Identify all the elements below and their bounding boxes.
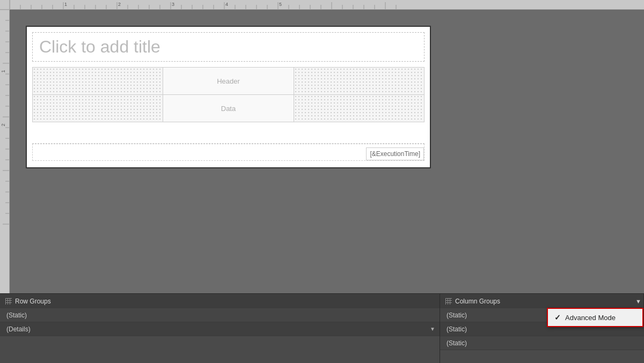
execution-time-field[interactable]: [&ExecutionTime] xyxy=(366,147,424,160)
table-cell-d1[interactable] xyxy=(33,95,163,122)
row-group-item-static[interactable]: (Static) xyxy=(0,308,440,322)
footer-area: [&ExecutionTime] xyxy=(32,144,425,161)
ruler-ticks-top: 1 2 3 4 5 xyxy=(10,0,644,9)
table-cell-h2[interactable]: Header xyxy=(163,68,294,94)
report-table: Header Data xyxy=(32,67,425,122)
data-label: Data xyxy=(221,105,236,113)
report-surface: Click to add title Header Data xyxy=(26,26,431,168)
svg-text:5: 5 xyxy=(279,2,282,7)
ruler-left: 1 2 xyxy=(0,10,10,293)
details-arrow-icon: ▼ xyxy=(430,326,435,332)
col-group-item-3[interactable]: (Static) xyxy=(440,336,644,350)
row-group-panel: (Static) (Details) ▼ xyxy=(0,308,440,363)
col-group-2-label: (Static) xyxy=(447,325,467,333)
table-header-row: Header xyxy=(33,68,424,95)
row-groups-grid-icon xyxy=(5,298,12,305)
col-groups-label: Column Groups xyxy=(455,298,500,305)
table-cell-h3[interactable] xyxy=(294,68,424,94)
title-area[interactable]: Click to add title xyxy=(32,32,425,62)
col-groups-header: Column Groups ▼ ✓ Advanced Mode xyxy=(440,294,644,308)
table-data-row: Data xyxy=(33,95,424,122)
col-group-3-label: (Static) xyxy=(447,339,467,347)
spacer-area xyxy=(32,128,425,144)
panel-header-row: Row Groups Column Groups ▼ ✓ Advanced Mo… xyxy=(0,293,644,308)
ruler-top: /* rendered via CSS background */ 1 2 3 xyxy=(0,0,644,10)
svg-text:4: 4 xyxy=(225,2,228,7)
advanced-mode-checkmark: ✓ xyxy=(554,313,561,322)
svg-text:2: 2 xyxy=(1,123,6,126)
row-group-static-label: (Static) xyxy=(6,312,27,319)
title-placeholder[interactable]: Click to add title xyxy=(39,37,160,57)
table-cell-h1[interactable] xyxy=(33,68,163,94)
ruler-ticks-left: 1 2 xyxy=(0,10,10,293)
svg-text:3: 3 xyxy=(172,2,174,7)
row-groups-label: Row Groups xyxy=(15,298,51,305)
table-cell-d2[interactable]: Data xyxy=(163,95,294,122)
svg-text:1: 1 xyxy=(1,70,6,72)
svg-text:2: 2 xyxy=(118,2,121,7)
table-cell-d3[interactable] xyxy=(294,95,424,122)
row-group-item-details[interactable]: (Details) ▼ xyxy=(0,322,440,336)
row-groups-header: Row Groups xyxy=(0,294,440,308)
advanced-mode-popup: ✓ Advanced Mode xyxy=(547,308,643,327)
advanced-mode-label: Advanced Mode xyxy=(565,314,616,322)
svg-text:1: 1 xyxy=(64,2,67,7)
canvas-area: Click to add title Header Data xyxy=(10,10,644,293)
col-groups-grid-icon xyxy=(445,298,452,305)
header-label: Header xyxy=(217,77,240,85)
bottom-panels: Row Groups Column Groups ▼ ✓ Advanced Mo… xyxy=(0,293,644,363)
row-group-details-label: (Details) xyxy=(6,325,31,333)
col-group-1-label: (Static) xyxy=(447,312,467,319)
col-groups-dropdown-arrow[interactable]: ▼ xyxy=(635,298,641,305)
advanced-mode-menu-item[interactable]: ✓ Advanced Mode xyxy=(548,309,642,326)
